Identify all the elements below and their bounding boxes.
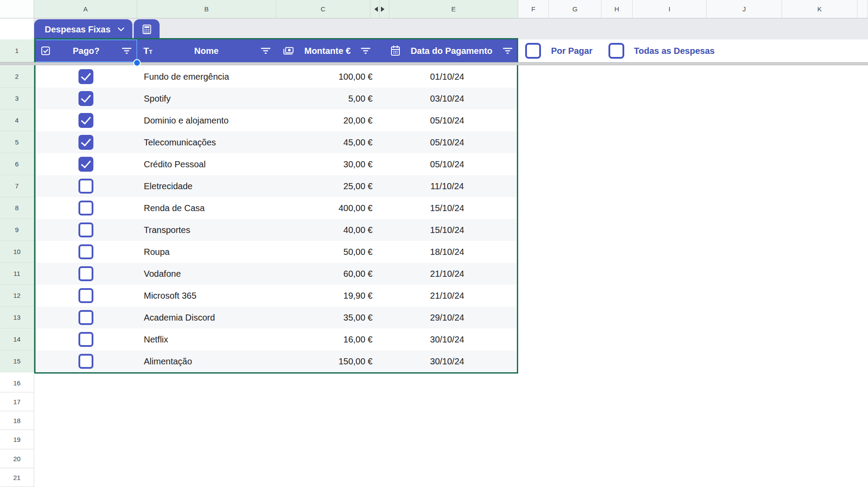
filter-icon[interactable]	[360, 47, 371, 55]
cell-pago[interactable]	[34, 285, 137, 307]
header-cell-montante[interactable]: Montante €	[276, 39, 376, 62]
cell-name[interactable]: Crédito Pessoal	[137, 153, 276, 175]
cell-date[interactable]: 29/10/24	[376, 307, 518, 328]
cell-pago[interactable]	[34, 307, 137, 328]
cell-date[interactable]: 15/10/24	[376, 197, 518, 219]
cell-amount[interactable]: 25,00 €	[276, 175, 376, 197]
cell-amount[interactable]: 19,90 €	[276, 285, 376, 307]
cell-amount[interactable]: 5,00 €	[276, 88, 376, 109]
column-header-C[interactable]: C	[276, 0, 370, 18]
row-header-18[interactable]: 18	[0, 411, 34, 430]
por-pagar-checkbox[interactable]	[525, 43, 541, 59]
row-checkbox-unchecked[interactable]	[78, 222, 93, 237]
row-header-8[interactable]: 8	[0, 197, 34, 219]
column-header-E[interactable]: E	[389, 0, 518, 18]
cell-amount[interactable]: 20,00 €	[276, 109, 376, 131]
row-header-12[interactable]: 12	[0, 285, 34, 307]
cell-pago[interactable]	[34, 175, 137, 197]
cell-name[interactable]: Vodafone	[137, 263, 276, 285]
cell-amount[interactable]: 40,00 €	[276, 219, 376, 241]
cell-amount[interactable]: 45,00 €	[276, 131, 376, 153]
cell-name[interactable]: Academia Discord	[137, 307, 276, 328]
table-options-chip[interactable]	[134, 19, 160, 39]
cell-name[interactable]: Alimentação	[137, 350, 276, 372]
cell-pago[interactable]	[34, 109, 137, 131]
column-header-J[interactable]: J	[707, 0, 782, 18]
row-checkbox-unchecked[interactable]	[78, 266, 93, 281]
cell-name[interactable]: Eletrecidade	[137, 175, 276, 197]
todas-despesas-label[interactable]: Todas as Despesas	[634, 39, 715, 62]
row-header-9[interactable]: 9	[0, 219, 34, 241]
cell-pago[interactable]	[34, 66, 137, 88]
filter-icon[interactable]	[502, 47, 513, 55]
row-header-17[interactable]: 17	[0, 392, 34, 411]
cell-amount[interactable]: 30,00 €	[276, 153, 376, 175]
row-checkbox-unchecked[interactable]	[78, 179, 93, 194]
column-header-partial[interactable]	[857, 0, 868, 18]
row-header-2[interactable]: 2	[0, 66, 34, 88]
cell-name[interactable]: Renda de Casa	[137, 197, 276, 219]
por-pagar-label[interactable]: Por Pagar	[551, 39, 592, 62]
cell-pago[interactable]	[34, 263, 137, 285]
row-header-15[interactable]: 15	[0, 350, 34, 372]
row-checkbox-unchecked[interactable]	[78, 201, 93, 215]
cell-name[interactable]: Fundo de emergência	[137, 66, 276, 88]
cell-date[interactable]: 21/10/24	[376, 263, 518, 285]
cell-name[interactable]: Telecomunicações	[137, 131, 276, 153]
cell-date[interactable]: 05/10/24	[376, 109, 518, 131]
row-header-4[interactable]: 4	[0, 109, 34, 131]
column-header-F[interactable]: F	[518, 0, 549, 18]
cell-pago[interactable]	[34, 88, 137, 109]
cell-date[interactable]: 30/10/24	[376, 350, 518, 372]
row-checkbox-unchecked[interactable]	[78, 310, 93, 325]
row-header-6[interactable]: 6	[0, 153, 34, 175]
unhide-column-left-icon[interactable]	[370, 0, 380, 18]
cell-date[interactable]: 03/10/24	[376, 88, 518, 109]
header-cell-nome[interactable]: TT Nome	[137, 39, 276, 62]
row-checkbox-unchecked[interactable]	[78, 244, 93, 259]
column-header-A[interactable]: A	[34, 0, 137, 18]
cell-date[interactable]: 01/10/24	[376, 66, 518, 88]
cell-pago[interactable]	[34, 131, 137, 153]
cell-date[interactable]: 11/10/24	[376, 175, 518, 197]
cell-date[interactable]: 18/10/24	[376, 241, 518, 263]
unhide-column-right-icon[interactable]	[380, 0, 389, 18]
chevron-down-icon[interactable]	[117, 27, 125, 32]
header-cell-pago[interactable]: Pago?	[34, 39, 137, 62]
cell-name[interactable]: Netflix	[137, 328, 276, 350]
cell-amount[interactable]: 60,00 €	[276, 263, 376, 285]
row-header-3[interactable]: 3	[0, 88, 34, 109]
cell-amount[interactable]: 100,00 €	[276, 66, 376, 88]
cell-name[interactable]: Microsoft 365	[137, 285, 276, 307]
cell-name[interactable]: Transportes	[137, 219, 276, 241]
cell-amount[interactable]: 50,00 €	[276, 241, 376, 263]
cell-date[interactable]: 05/10/24	[376, 131, 518, 153]
cell-pago[interactable]	[34, 241, 137, 263]
cell-pago[interactable]	[34, 153, 137, 175]
cell-amount[interactable]: 35,00 €	[276, 307, 376, 328]
cell-pago[interactable]	[34, 219, 137, 241]
column-header-H[interactable]: H	[601, 0, 633, 18]
table-name-chip[interactable]: Despesas Fixas	[34, 19, 132, 39]
row-header-7[interactable]: 7	[0, 175, 34, 197]
cell-pago[interactable]	[34, 350, 137, 372]
row-checkbox-checked[interactable]	[78, 157, 93, 172]
column-header-K[interactable]: K	[782, 0, 857, 18]
row-header-5[interactable]: 5	[0, 131, 34, 153]
filter-icon[interactable]	[260, 47, 271, 55]
row-checkbox-unchecked[interactable]	[78, 354, 93, 369]
todas-despesas-checkbox[interactable]	[608, 43, 624, 59]
row-header-10[interactable]: 10	[0, 241, 34, 263]
cell-date[interactable]: 05/10/24	[376, 153, 518, 175]
cell-pago[interactable]	[34, 328, 137, 350]
row-header-1[interactable]: 1	[0, 39, 34, 62]
row-checkbox-checked[interactable]	[78, 113, 93, 128]
row-header-16[interactable]: 16	[0, 374, 34, 392]
row-header-19[interactable]: 19	[0, 430, 34, 449]
column-header-G[interactable]: G	[549, 0, 601, 18]
select-all-corner[interactable]	[0, 0, 34, 18]
cell-date[interactable]: 15/10/24	[376, 219, 518, 241]
row-header-21[interactable]: 21	[0, 468, 34, 487]
cell-amount[interactable]: 400,00 €	[276, 197, 376, 219]
cell-amount[interactable]: 16,00 €	[276, 328, 376, 350]
